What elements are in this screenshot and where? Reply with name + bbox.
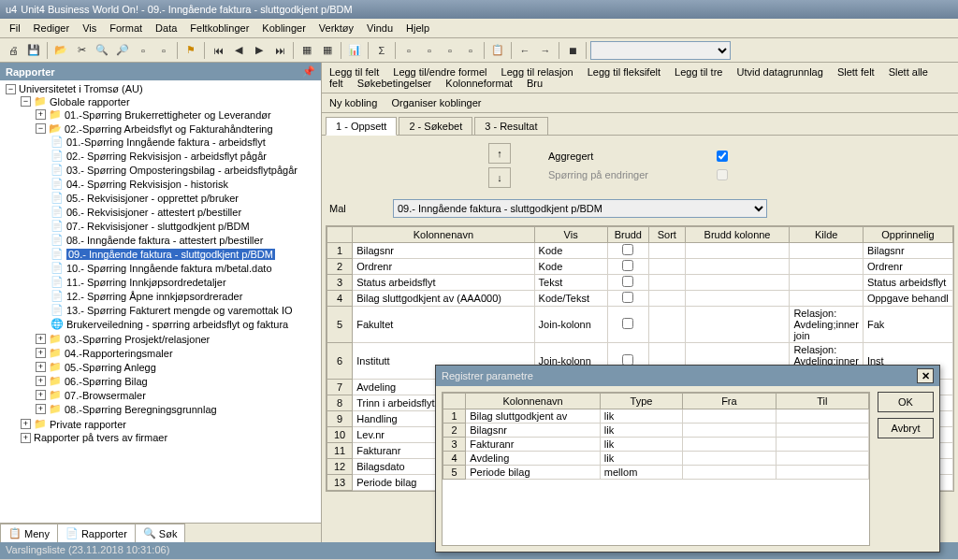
tree-i06[interactable]: 06.- Rekvisisjoner - attestert p/bestill… — [66, 207, 241, 218]
grid-header-brudd[interactable]: Brudd — [607, 227, 648, 243]
grid-icon[interactable]: ▦ — [298, 41, 316, 60]
cell-kilde[interactable] — [790, 275, 864, 291]
menu-vindu[interactable]: Vindu — [361, 21, 399, 36]
cell-kilde[interactable] — [790, 243, 864, 259]
cell-brudd[interactable] — [607, 243, 648, 259]
cell-opprinnelig[interactable]: Oppgave behandl — [863, 291, 952, 307]
flag-icon[interactable]: ⚑ — [181, 41, 200, 60]
cell-sort[interactable] — [648, 243, 685, 259]
expand-icon[interactable]: + — [21, 433, 31, 443]
cell-kilde[interactable] — [790, 291, 864, 307]
expand-icon[interactable]: + — [36, 334, 46, 344]
link-legg-til-relasjon[interactable]: Legg til relasjon — [501, 66, 573, 78]
table-row[interactable]: 4 Bilag sluttgodkjent av (AAA000) Kode/T… — [327, 291, 953, 307]
mal-select[interactable]: 09.- Inngående faktura - sluttgodkjent p… — [393, 199, 767, 218]
grid-header-kilde[interactable]: Kilde — [790, 227, 864, 243]
tab-sokebet[interactable]: 2 - Søkebet — [399, 117, 472, 135]
tree-i08[interactable]: 08.- Inngående faktura - attestert p/bes… — [66, 235, 263, 246]
cell-kilde[interactable] — [790, 259, 864, 275]
expand-icon[interactable]: + — [36, 109, 46, 120]
expand-icon[interactable]: − — [6, 84, 16, 94]
expand-icon[interactable]: + — [36, 348, 46, 358]
menu-koblinger[interactable]: Koblinger — [256, 21, 311, 36]
cell-fra[interactable] — [683, 452, 776, 466]
table-row[interactable]: 2 Ordrenr Kode Ordrenr — [327, 259, 953, 275]
tree[interactable]: −Universitetet i Tromsø (AU) −📁Globale r… — [0, 80, 321, 523]
brudd-checkbox[interactable] — [622, 244, 633, 255]
cell-opprinnelig[interactable]: Status arbeidsflyt — [863, 275, 952, 291]
grid-header-num[interactable] — [327, 227, 353, 243]
first-icon[interactable]: ⏮ — [209, 41, 227, 60]
tree-f01[interactable]: 01.-Spørring Brukerrettigheter og Levera… — [65, 109, 271, 121]
cell-fra[interactable] — [683, 466, 776, 480]
cell-kolonnenavn[interactable]: Fakturanr — [466, 438, 601, 452]
tab-rapporter[interactable]: 📄 Rapporter — [57, 524, 136, 542]
menu-format[interactable]: Format — [104, 21, 148, 36]
tree-f02[interactable]: 02.-Spørring Arbeidsflyt og Fakturahåndt… — [65, 123, 273, 135]
menu-vis[interactable]: Vis — [77, 21, 102, 36]
table-row[interactable]: 3 Fakturanr lik — [443, 438, 869, 452]
link-bru[interactable]: Bru — [527, 78, 543, 89]
brudd-checkbox[interactable] — [622, 292, 633, 303]
menu-data[interactable]: Data — [150, 21, 182, 36]
cell-brudd-kolonne[interactable] — [685, 259, 790, 275]
grid-header-kolonnenavn[interactable]: Kolonnenavn — [353, 227, 534, 243]
cell-brudd[interactable] — [607, 291, 648, 307]
prev-icon[interactable]: ◀ — [229, 41, 248, 60]
stop-icon[interactable]: ⏹ — [563, 41, 582, 60]
table-row[interactable]: 3 Status arbeidsflyt Tekst Status arbeid… — [327, 275, 953, 291]
cell-brudd[interactable] — [607, 275, 648, 291]
cell-vis[interactable]: Join-kolonn — [534, 307, 607, 343]
link-sokebetingelser[interactable]: Søkebetingelser — [357, 78, 432, 89]
cell-type[interactable]: lik — [600, 409, 682, 424]
cell-type[interactable]: lik — [600, 438, 682, 452]
cell-brudd-kolonne[interactable] — [685, 243, 790, 259]
cell-til[interactable] — [776, 438, 868, 452]
export-icon[interactable]: ▫ — [399, 41, 418, 60]
tree-globale[interactable]: Globale rapporter — [50, 96, 130, 108]
tree-i03[interactable]: 03.- Spørring Omposteringsbilag - arbeid… — [66, 165, 298, 176]
tab-oppsett[interactable]: 1 - Oppsett — [326, 117, 397, 136]
cell-sort[interactable] — [648, 307, 685, 343]
forward-icon[interactable]: → — [536, 41, 555, 60]
tree-f06[interactable]: 06.-Spørring Bilag — [65, 376, 148, 387]
tree-i10[interactable]: 10.- Spørring Inngående faktura m/betal.… — [66, 263, 272, 274]
cell-brudd-kolonne[interactable] — [685, 291, 790, 307]
menu-fil[interactable]: Fil — [4, 21, 26, 36]
avbryt-button[interactable]: Avbryt — [878, 418, 934, 438]
cell-opprinnelig[interactable]: Ordrenr — [863, 259, 952, 275]
tree-i12[interactable]: 12.- Spørring Åpne innkjøpsordrerader — [66, 291, 242, 302]
move-down-button[interactable]: ↓ — [488, 167, 511, 188]
dgrid-header-fra[interactable]: Fra — [683, 394, 776, 409]
cell-fra[interactable] — [683, 424, 776, 438]
tool1-icon[interactable]: ▫ — [134, 41, 152, 60]
cell-fra[interactable] — [683, 438, 776, 452]
tree-i11[interactable]: 11.- Spørring Innkjøpsordredetaljer — [66, 277, 226, 288]
ok-button[interactable]: OK — [878, 392, 934, 412]
cell-sort[interactable] — [648, 259, 685, 275]
grid2-icon[interactable]: ▦ — [318, 41, 337, 60]
zoom-icon[interactable]: 🔎 — [113, 41, 132, 60]
cell-kolonnenavn[interactable]: Ordrenr — [353, 259, 534, 275]
cell-brudd-kolonne[interactable] — [685, 275, 790, 291]
expand-icon[interactable]: + — [21, 419, 31, 429]
brudd-checkbox[interactable] — [622, 260, 633, 271]
tree-i09[interactable]: 09.- Inngående faktura - sluttgodkjent p… — [66, 249, 275, 260]
grid-header-vis[interactable]: Vis — [534, 227, 607, 243]
tree-i04[interactable]: 04.- Spørring Rekvisisjon - historisk — [66, 179, 228, 190]
save-icon[interactable]: 💾 — [24, 41, 43, 60]
cell-fra[interactable] — [683, 409, 776, 424]
back-icon[interactable]: ← — [515, 41, 534, 60]
cell-kolonnenavn[interactable]: Avdeling — [466, 452, 601, 466]
expand-icon[interactable]: + — [36, 362, 46, 372]
menu-verktoy[interactable]: Verktøy — [313, 21, 359, 36]
menu-rediger[interactable]: Rediger — [28, 21, 76, 36]
tool2-icon[interactable]: ▫ — [154, 41, 173, 60]
search-icon[interactable]: 🔍 — [93, 41, 111, 60]
cell-vis[interactable]: Kode/Tekst — [534, 291, 607, 307]
grid-header-sort[interactable]: Sort — [648, 227, 685, 243]
cell-kolonnenavn[interactable]: Status arbeidsflyt — [353, 275, 534, 291]
cell-vis[interactable]: Tekst — [534, 275, 607, 291]
grid-header-brudd-kolonne[interactable]: Brudd kolonne — [685, 227, 790, 243]
expand-icon[interactable]: + — [36, 404, 46, 414]
